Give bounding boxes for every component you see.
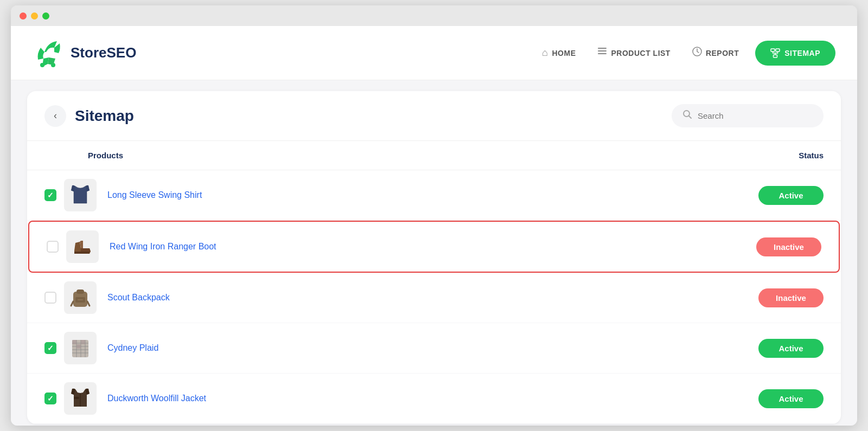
- product-thumb-p4: [64, 332, 97, 364]
- sitemap-icon: [770, 48, 780, 58]
- nav-product-list[interactable]: PRODUCT LIST: [597, 47, 670, 59]
- svg-rect-15: [78, 299, 83, 300]
- svg-rect-13: [76, 290, 84, 294]
- svg-point-0: [40, 63, 44, 67]
- close-dot[interactable]: [20, 12, 27, 20]
- logo-text: StoreSEO: [71, 44, 136, 61]
- card-header: ‹ Sitemap: [27, 91, 841, 141]
- svg-point-1: [51, 63, 55, 67]
- svg-rect-7: [776, 49, 780, 52]
- nav-home[interactable]: ⌂ HOME: [542, 47, 576, 59]
- svg-line-16: [71, 301, 73, 306]
- home-icon: ⌂: [542, 47, 548, 59]
- page-title: Sitemap: [75, 107, 663, 125]
- product-thumb-p3: [64, 281, 97, 314]
- list-icon: [597, 47, 607, 59]
- nav-links: ⌂ HOME PRODUCT LIST: [542, 47, 739, 59]
- nav-report[interactable]: REPORT: [692, 47, 739, 59]
- table-row: Duckworth Woolfill Jacket Active: [27, 374, 841, 424]
- row-checkbox-p2[interactable]: [47, 241, 59, 253]
- status-badge-p2[interactable]: Inactive: [756, 237, 821, 256]
- nav-report-label: REPORT: [706, 49, 739, 57]
- nav-home-label: HOME: [552, 49, 576, 57]
- product-thumb-p2: [66, 230, 99, 263]
- svg-rect-8: [774, 55, 777, 57]
- search-input[interactable]: [698, 111, 813, 120]
- maximize-dot[interactable]: [42, 12, 49, 20]
- svg-line-17: [87, 301, 90, 306]
- back-button[interactable]: ‹: [44, 105, 66, 127]
- sitemap-button-label: SITEMAP: [784, 49, 820, 57]
- svg-rect-3: [598, 50, 607, 52]
- titlebar: [11, 5, 857, 26]
- logo-area: StoreSEO: [33, 37, 136, 69]
- status-badge-p3[interactable]: Inactive: [758, 288, 824, 307]
- table-row: Scout Backpack Inactive: [27, 273, 841, 323]
- svg-rect-6: [771, 49, 775, 52]
- row-checkbox-p4[interactable]: [44, 342, 56, 354]
- search-box: [672, 104, 824, 127]
- content-card: ‹ Sitemap Products: [27, 91, 841, 424]
- product-name-p2: Red Wing Iron Ranger Boot: [110, 242, 756, 252]
- status-badge-p4[interactable]: Active: [758, 339, 824, 358]
- nav-product-list-label: PRODUCT LIST: [611, 49, 670, 57]
- search-icon: [682, 110, 692, 122]
- product-name-p1: Long Sleeve Swing Shirt: [107, 190, 758, 200]
- table-header: Products Status: [27, 141, 841, 170]
- minimize-dot[interactable]: [31, 12, 38, 20]
- svg-rect-2: [598, 48, 607, 49]
- row-checkbox-p1[interactable]: [44, 189, 56, 201]
- product-name-p5: Duckworth Woolfill Jacket: [107, 394, 758, 403]
- product-name-p4: Cydney Plaid: [107, 343, 758, 353]
- product-name-p3: Scout Backpack: [107, 293, 758, 303]
- navbar: StoreSEO ⌂ HOME PRODUCT LIST: [11, 26, 857, 80]
- svg-line-11: [689, 116, 692, 119]
- status-badge-p1[interactable]: Active: [758, 186, 824, 205]
- product-thumb-p1: [64, 179, 97, 211]
- table-row-highlighted: Red Wing Iron Ranger Boot Inactive: [28, 221, 840, 273]
- table-row: Cydney Plaid Active: [27, 323, 841, 374]
- sitemap-button[interactable]: SITEMAP: [755, 41, 835, 66]
- col-products-label: Products: [44, 151, 748, 160]
- row-checkbox-p3[interactable]: [44, 292, 56, 304]
- app-content: StoreSEO ⌂ HOME PRODUCT LIST: [11, 26, 857, 426]
- row-checkbox-p5[interactable]: [44, 393, 56, 404]
- table-row: Long Sleeve Swing Shirt Active: [27, 170, 841, 221]
- svg-rect-4: [598, 53, 607, 54]
- col-status-label: Status: [748, 151, 824, 160]
- main-area: ‹ Sitemap Products: [11, 80, 857, 426]
- logo-icon: [33, 37, 65, 69]
- report-icon: [692, 47, 702, 59]
- svg-rect-26: [74, 397, 79, 399]
- product-thumb-p5: [64, 382, 97, 415]
- status-badge-p5[interactable]: Active: [758, 389, 824, 408]
- app-window: StoreSEO ⌂ HOME PRODUCT LIST: [11, 5, 857, 426]
